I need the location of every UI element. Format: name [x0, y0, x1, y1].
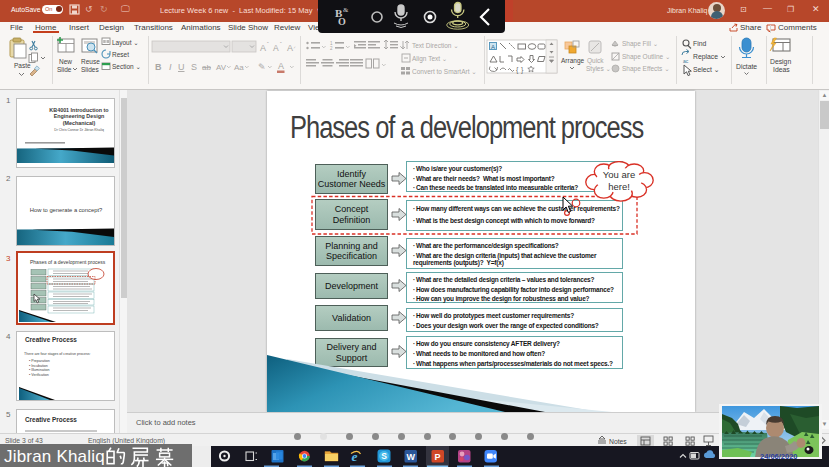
svg-text:• Preparation: • Preparation: [29, 359, 50, 363]
svg-text:There are four stages of creat: There are four stages of creative proces…: [24, 352, 91, 356]
svg-text:24/06/2020: 24/06/2020: [760, 452, 798, 459]
svg-text:Creative Process: Creative Process: [25, 416, 77, 423]
svg-text:Notes: Notes: [609, 438, 627, 445]
svg-text:O: O: [338, 16, 346, 27]
svg-text:You are: You are: [603, 169, 635, 180]
svg-text:• Verification: • Verification: [29, 373, 49, 377]
svg-text:Phases of a development proces: Phases of a development process: [30, 259, 106, 265]
svg-text:• Incubation: • Incubation: [29, 364, 48, 368]
svg-text:&: &: [343, 6, 349, 14]
svg-text:Creative Process: Creative Process: [25, 336, 77, 343]
svg-text:W: W: [407, 452, 416, 462]
svg-text:• Illumination: • Illumination: [29, 368, 49, 372]
svg-text:S: S: [381, 451, 387, 461]
svg-text:here!: here!: [608, 181, 630, 192]
svg-text:P: P: [435, 452, 441, 462]
